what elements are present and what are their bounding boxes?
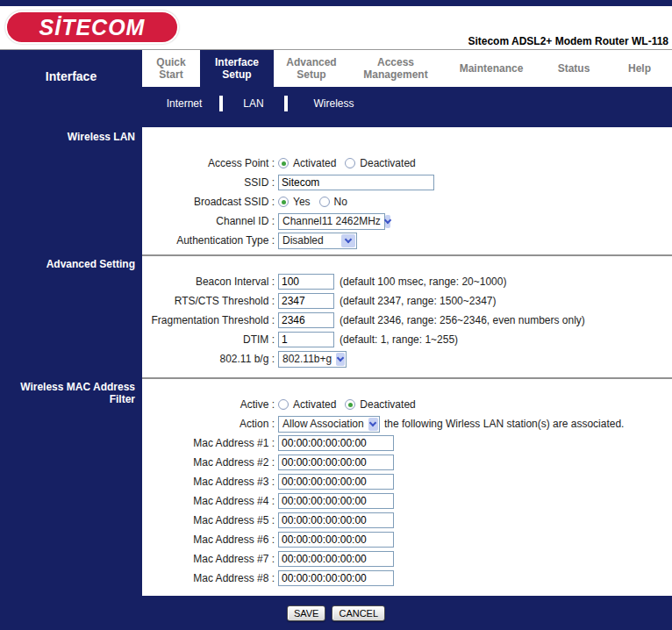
nav-section-header: Interface xyxy=(0,50,142,87)
section-mac-filter: Wireless MAC Address Filter Active : Act… xyxy=(0,377,672,596)
auth-type-select[interactable]: Disabled xyxy=(278,233,357,249)
chevron-down-icon[interactable] xyxy=(368,418,378,431)
beacon-interval-label: Beacon Interval : xyxy=(142,276,278,288)
wireless-mode-select[interactable]: 802.11b+g xyxy=(278,351,347,368)
section-title-advanced-setting: Advanced Setting xyxy=(0,254,142,377)
auth-type-row: Authentication Type : Disabled xyxy=(142,231,672,250)
wireless-mode-row: 802.11 b/g : 802.11b+g xyxy=(142,349,672,369)
mac-address-row: Mac Address #3 : xyxy=(142,472,672,491)
broadcast-ssid-label: Broadcast SSID : xyxy=(142,196,278,208)
tab-interface-setup[interactable]: Interface Setup xyxy=(200,50,274,87)
broadcast-ssid-yes-radio[interactable] xyxy=(278,197,289,207)
dtim-row: DTIM : (default: 1, range: 1~255) xyxy=(142,330,672,349)
nav-section-label: Interface xyxy=(46,69,97,87)
subtab-internet[interactable]: Internet xyxy=(149,96,219,110)
tab-status[interactable]: Status xyxy=(540,50,607,87)
subtab-wireless[interactable]: Wireless xyxy=(288,96,380,110)
subtab-lan[interactable]: LAN xyxy=(223,96,284,110)
tab-advanced-setup[interactable]: Advanced Setup xyxy=(274,50,349,87)
access-point-label: Access Point : xyxy=(142,157,278,169)
chevron-down-icon[interactable] xyxy=(341,234,355,247)
save-button[interactable]: SAVE xyxy=(287,605,326,621)
beacon-interval-row: Beacon Interval : (default 100 msec, ran… xyxy=(142,272,672,291)
mac-address-1-input[interactable] xyxy=(278,435,394,451)
mac-address-row: Mac Address #1 : xyxy=(142,433,672,453)
section-title-wireless-lan: Wireless LAN xyxy=(0,127,142,254)
filter-action-suffix: the following Wirless LAN station(s) are… xyxy=(384,418,624,430)
broadcast-ssid-no-label: No xyxy=(334,196,347,208)
product-title: Sitecom ADSL2+ Modem Router WL-118 xyxy=(468,35,668,47)
filter-action-label: Action : xyxy=(142,418,278,430)
mac-address-row: Mac Address #2 : xyxy=(142,453,672,472)
rts-cts-threshold-row: RTS/CTS Threshold : (default 2347, range… xyxy=(142,291,672,311)
mac-address-3-input[interactable] xyxy=(278,474,394,490)
broadcast-ssid-no-radio[interactable] xyxy=(319,197,330,207)
access-point-deactivated-label: Deactivated xyxy=(360,157,415,169)
filter-deactivated-label: Deactivated xyxy=(360,398,415,411)
access-point-activated-label: Activated xyxy=(293,157,336,169)
section-title-mac-filter: Wireless MAC Address Filter xyxy=(0,377,142,596)
chevron-down-icon[interactable] xyxy=(336,353,345,366)
filter-active-row: Active : Activated Deactivated xyxy=(142,395,672,414)
mac-address-7-input[interactable] xyxy=(278,551,394,567)
footer-bar: SAVE CANCEL xyxy=(0,596,672,630)
filter-active-label: Active : xyxy=(142,398,278,411)
fragmentation-threshold-input[interactable] xyxy=(278,312,334,328)
tab-quick-start[interactable]: Quick Start xyxy=(142,50,200,87)
access-point-deactivated-radio[interactable] xyxy=(345,158,355,168)
filter-action-row: Action : Allow Association the following… xyxy=(142,414,672,433)
filter-deactivated-radio[interactable] xyxy=(345,399,355,410)
beacon-interval-input[interactable] xyxy=(278,274,334,290)
access-point-activated-radio[interactable] xyxy=(278,158,289,168)
beacon-interval-hint: (default 100 msec, range: 20~1000) xyxy=(340,276,506,288)
channel-id-row: Channel ID : Channel11 2462MHz xyxy=(142,211,672,231)
wireless-mode-label: 802.11 b/g : xyxy=(142,353,278,365)
rts-cts-threshold-input[interactable] xyxy=(278,293,334,309)
mac-address-row: Mac Address #5 : xyxy=(142,511,672,530)
ssid-label: SSID : xyxy=(142,176,278,189)
tab-maintenance[interactable]: Maintenance xyxy=(442,50,540,87)
mac-address-2-input[interactable] xyxy=(278,455,394,470)
ssid-input[interactable] xyxy=(278,175,434,190)
sitecom-logo-text: SİTECOM xyxy=(39,15,146,40)
page-body: Wireless LAN Access Point : Activated De… xyxy=(0,127,672,596)
router-config-page: SİTECOM Sitecom ADSL2+ Modem Router WL-1… xyxy=(0,0,672,630)
fragmentation-threshold-label: Fragmentation Threshold : xyxy=(142,314,278,326)
access-point-row: Access Point : Activated Deactivated xyxy=(142,154,672,173)
mac-address-5-input[interactable] xyxy=(278,512,394,528)
chevron-down-icon[interactable] xyxy=(385,215,390,228)
broadcast-ssid-yes-label: Yes xyxy=(293,196,311,208)
dtim-hint: (default: 1, range: 1~255) xyxy=(340,333,458,346)
mac-address-row: Mac Address #7 : xyxy=(142,549,672,569)
sub-nav: Internet LAN Wireless xyxy=(0,87,672,127)
section-wireless-lan: Wireless LAN Access Point : Activated De… xyxy=(0,127,672,254)
fragmentation-threshold-hint: (default 2346, range: 256~2346, even num… xyxy=(340,314,585,326)
nav-tabs: Quick Start Interface Setup Advanced Set… xyxy=(142,50,672,87)
broadcast-ssid-row: Broadcast SSID : Yes No xyxy=(142,192,672,211)
rts-cts-threshold-hint: (default 2347, range: 1500~2347) xyxy=(340,295,496,307)
mac-address-row: Mac Address #8 : xyxy=(142,569,672,588)
header: SİTECOM Sitecom ADSL2+ Modem Router WL-1… xyxy=(0,6,672,50)
auth-type-label: Authentication Type : xyxy=(142,234,278,247)
tab-access-management[interactable]: Access Management xyxy=(349,50,442,87)
rts-cts-threshold-label: RTS/CTS Threshold : xyxy=(142,295,278,307)
main-nav: Interface Quick Start Interface Setup Ad… xyxy=(0,50,672,87)
mac-address-row: Mac Address #4 : xyxy=(142,491,672,511)
cancel-button[interactable]: CANCEL xyxy=(332,605,385,621)
fragmentation-threshold-row: Fragmentation Threshold : (default 2346,… xyxy=(142,311,672,330)
filter-activated-radio[interactable] xyxy=(278,399,289,410)
tab-help[interactable]: Help xyxy=(607,50,672,87)
channel-id-select[interactable]: Channel11 2462MHz xyxy=(278,213,385,230)
mac-address-8-input[interactable] xyxy=(278,570,394,586)
dtim-label: DTIM : xyxy=(142,333,278,346)
mac-address-4-input[interactable] xyxy=(278,493,394,509)
mac-address-row: Mac Address #6 : xyxy=(142,530,672,549)
filter-activated-label: Activated xyxy=(293,398,336,411)
mac-address-6-input[interactable] xyxy=(278,532,394,548)
top-strip xyxy=(0,0,672,6)
filter-action-select[interactable]: Allow Association xyxy=(278,416,380,433)
section-advanced-setting: Advanced Setting Beacon Interval : (defa… xyxy=(0,254,672,377)
sitecom-logo: SİTECOM xyxy=(5,11,179,44)
channel-id-label: Channel ID : xyxy=(142,215,278,227)
dtim-input[interactable] xyxy=(278,332,334,347)
